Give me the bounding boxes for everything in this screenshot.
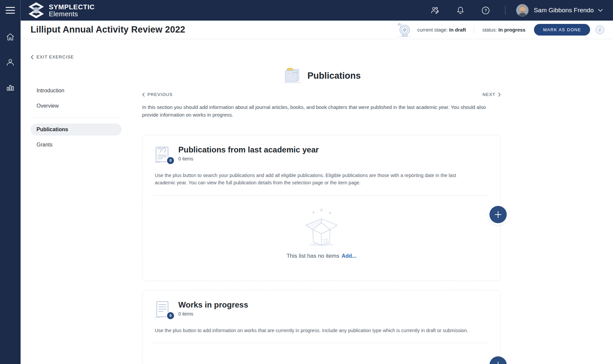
empty-state: This list has no items Add... — [142, 196, 500, 259]
previous-button[interactable]: PREVIOUS — [142, 92, 173, 97]
logo-line2: Elements — [49, 10, 95, 17]
chevron-down-icon — [598, 9, 603, 12]
left-rail — [0, 21, 21, 364]
chevron-left-icon — [31, 55, 34, 59]
add-link[interactable]: Add... — [342, 253, 356, 259]
card-title: Works in progress — [178, 300, 248, 310]
current-stage-value: In draft — [449, 27, 466, 33]
info-icon[interactable]: i — [595, 25, 604, 34]
card-drop-zone: This list has no items Add... — [142, 196, 500, 281]
rail-profile-button[interactable] — [6, 58, 15, 66]
nav-item-publications[interactable]: Publications — [31, 124, 122, 136]
rail-reports-button[interactable] — [6, 83, 15, 92]
stage-status-group: current stage: In draft status: In progr… — [396, 22, 604, 38]
header-actions: ? Sam Gibbons Frendo — [431, 4, 613, 17]
empty-text-row: This list has no items Add... — [287, 253, 356, 259]
hamburger-icon — [6, 7, 15, 14]
next-button[interactable]: NEXT — [482, 92, 501, 97]
reports-icon — [6, 83, 15, 92]
card-item-count: 0 items — [178, 311, 248, 317]
page-title: Lilliput Annual Activity Review 2022 — [31, 25, 185, 35]
exercise-title-bar: Lilliput Annual Activity Review 2022 cur… — [21, 21, 613, 39]
exit-exercise-label: EXIT EXERCISE — [37, 54, 74, 59]
user-management-button[interactable] — [431, 6, 439, 14]
svg-text:?: ? — [484, 8, 487, 13]
notifications-bell-icon — [457, 6, 464, 15]
logo-line1: SYMPLECTIC — [49, 3, 95, 10]
notifications-button[interactable] — [457, 6, 464, 15]
top-header: SYMPLECTIC Elements ? — [0, 0, 613, 21]
empty-state — [142, 343, 500, 364]
help-icon: ? — [482, 6, 490, 15]
next-label: NEXT — [482, 92, 495, 97]
section-intro: In this section you should add informati… — [142, 104, 488, 119]
folder-icon — [282, 67, 302, 84]
card-works-in-progress: 0 Works in progress 0 items Use the plus… — [142, 290, 501, 364]
card-title: Publications from last academic year — [178, 145, 319, 154]
user-management-icon — [431, 6, 439, 14]
exit-exercise-link[interactable]: EXIT EXERCISE — [31, 54, 74, 59]
empty-box-illustration — [301, 207, 342, 247]
hamburger-menu-button[interactable] — [0, 0, 21, 21]
symplectic-logo-icon — [28, 2, 44, 19]
rail-home-button[interactable] — [6, 33, 15, 41]
status-text: status: In progress — [482, 27, 525, 33]
lines-document-icon: 0 — [154, 300, 172, 319]
card-title-block: Publications from last academic year 0 i… — [178, 144, 319, 164]
count-badge: 0 — [167, 157, 174, 164]
card-title-block: Works in progress 0 items — [178, 300, 248, 319]
plus-icon — [494, 211, 502, 218]
card-drop-zone — [142, 343, 500, 364]
stage-status-divider — [474, 26, 474, 34]
help-button[interactable]: ? — [482, 6, 490, 15]
section-header: Publications — [142, 67, 501, 84]
content-area: EXIT EXERCISE Introduction Overview Publ… — [21, 39, 613, 364]
current-stage-label: current stage: — [417, 27, 448, 33]
publications-section: Publications PREVIOUS NEXT In this secti… — [142, 39, 501, 364]
main-area: Lilliput Annual Activity Review 2022 cur… — [21, 21, 613, 364]
avatar-image — [516, 4, 529, 17]
home-icon — [6, 33, 15, 41]
card-item-count: 0 items — [178, 156, 319, 161]
app-logo[interactable]: SYMPLECTIC Elements — [28, 2, 95, 19]
header-divider — [505, 6, 505, 15]
card-publications-last-year: 0 Publications from last academic year 0… — [142, 135, 501, 281]
status-label: status: — [482, 27, 497, 33]
mark-as-done-button[interactable]: MARK AS DONE — [534, 24, 590, 36]
nav-divider — [31, 117, 122, 118]
section-title: Publications — [307, 71, 361, 81]
user-menu-chevron[interactable] — [598, 9, 603, 12]
add-publication-button[interactable] — [489, 206, 507, 223]
card-description: Use the plus button to add information o… — [155, 327, 473, 334]
avatar[interactable] — [516, 4, 529, 17]
previous-label: PREVIOUS — [147, 92, 173, 97]
card-header: 0 Publications from last academic year 0… — [142, 135, 500, 196]
nav-item-introduction[interactable]: Introduction — [31, 85, 122, 97]
card-header: 0 Works in progress 0 items Use the plus… — [142, 290, 500, 343]
nav-item-overview[interactable]: Overview — [31, 100, 122, 112]
card-description: Use the plus button to search your publi… — [155, 172, 473, 187]
count-badge: 0 — [167, 312, 174, 319]
user-name[interactable]: Sam Gibbons Frendo — [534, 7, 594, 14]
profile-icon — [6, 58, 15, 66]
plus-icon — [494, 361, 502, 364]
nav-item-grants[interactable]: Grants — [31, 139, 122, 151]
chevron-left-icon — [142, 93, 145, 97]
pager: PREVIOUS NEXT — [142, 92, 501, 97]
current-stage-text: current stage: In draft — [417, 27, 466, 33]
target-stage-icon — [396, 22, 412, 38]
chevron-right-icon — [498, 93, 501, 97]
status-value: In progress — [498, 27, 526, 33]
quote-document-icon: 0 — [154, 144, 172, 164]
empty-text: This list has no items — [287, 253, 339, 259]
section-nav: Introduction Overview Publications Grant… — [31, 85, 122, 154]
logo-wordmark: SYMPLECTIC Elements — [49, 3, 95, 17]
